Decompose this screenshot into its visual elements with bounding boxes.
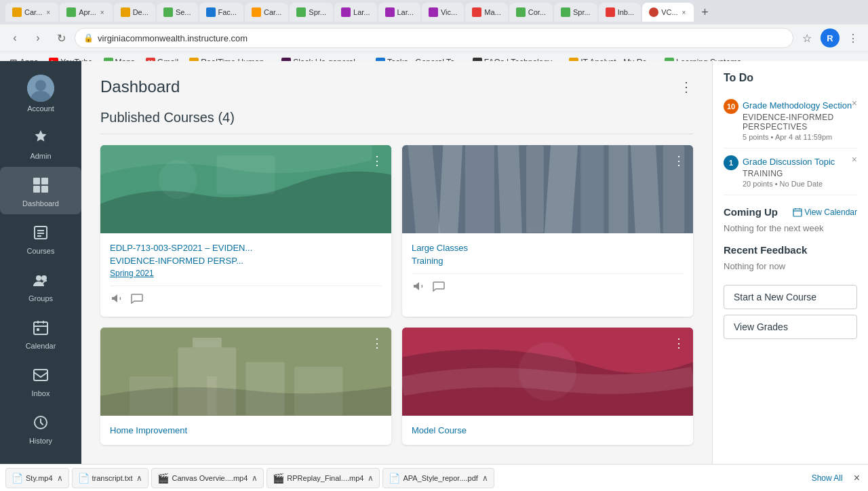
svg-rect-36 (193, 338, 222, 347)
browser-tab-4[interactable]: Se... (157, 3, 198, 22)
download-file-icon-5: 📄 (389, 473, 400, 484)
todo-meta-2: 20 points • No Due Date (743, 180, 835, 188)
browser-tab-active[interactable]: VC... × (642, 3, 694, 22)
browser-tab-8[interactable]: Lar... (334, 3, 376, 22)
new-tab-btn[interactable]: + (695, 3, 714, 22)
course-discuss-btn-1[interactable] (130, 292, 144, 309)
svg-rect-18 (34, 370, 47, 380)
browser-tab-13[interactable]: Spr... (554, 3, 597, 22)
course-announce-btn-2[interactable] (412, 279, 425, 296)
coming-up-section: Coming Up View Calendar Nothing for the … (724, 206, 857, 233)
course-title-1[interactable]: EDLP-713-003-SP2021 – EVIDEN... (110, 243, 252, 253)
browser-tab-6[interactable]: Car... (245, 3, 288, 22)
show-all-downloads-btn[interactable]: Show All (806, 471, 848, 486)
sidebar: Account Admin Dashboard (0, 61, 81, 491)
course-card-4[interactable]: ⋮ Model Course (402, 328, 693, 445)
course-card-2[interactable]: ⋮ Large Classes Training (402, 145, 693, 317)
todo-course-2: Training (743, 169, 835, 178)
course-image-2: ⋮ (402, 145, 693, 233)
course-actions-1 (110, 286, 382, 309)
sidebar-item-dashboard[interactable]: Dashboard (0, 167, 81, 214)
course-card-3-menu-btn[interactable]: ⋮ (368, 333, 386, 353)
sidebar-item-calendar[interactable]: Calendar (0, 309, 81, 357)
download-item-4[interactable]: 🎬 RPReplay_Final....mp4 ∧ (267, 468, 380, 488)
todo-close-btn-2[interactable]: × (852, 154, 857, 165)
sidebar-item-admin[interactable]: Admin (0, 119, 81, 167)
page-title: Dashboard (100, 77, 180, 96)
svg-point-12 (41, 275, 47, 281)
todo-close-btn-1[interactable]: × (852, 98, 857, 109)
course-card-4-menu-btn[interactable]: ⋮ (670, 333, 688, 353)
forward-btn[interactable]: › (28, 28, 47, 47)
bookmark-btn[interactable]: ☆ (797, 28, 816, 47)
dashboard-more-options-btn[interactable]: ⋮ (679, 79, 693, 95)
course-card-1-menu-btn[interactable]: ⋮ (368, 151, 386, 171)
browser-tab-12[interactable]: Cor... (509, 3, 553, 22)
course-title-2[interactable]: Large Classes (412, 243, 468, 253)
refresh-btn[interactable]: ↻ (52, 28, 71, 47)
sidebar-item-courses[interactable]: Courses (0, 214, 81, 262)
browser-tab-7[interactable]: Spr... (290, 3, 333, 22)
download-chevron-1: ∧ (57, 473, 63, 483)
recent-feedback-title: Recent Feedback (724, 244, 857, 256)
browser-tab-9[interactable]: Lar... (378, 3, 420, 22)
start-new-course-btn[interactable]: Start a New Course (724, 285, 857, 309)
download-file-icon-2: 📄 (78, 473, 90, 484)
sidebar-item-account[interactable]: Account (0, 68, 81, 119)
download-item-1[interactable]: 📄 Sty.mp4 ∧ (5, 468, 69, 488)
profile-btn[interactable]: R (821, 28, 840, 47)
svg-rect-5 (33, 186, 40, 193)
download-item-3[interactable]: 🎬 Canvas Overvie....mp4 ∧ (151, 468, 264, 488)
svg-point-11 (36, 275, 41, 281)
course-card-1[interactable]: ⋮ EDLP-713-003-SP2021 – EVIDEN... EVIDEN… (100, 145, 391, 317)
view-calendar-link[interactable]: View Calendar (793, 208, 857, 217)
download-chevron-2: ∧ (136, 473, 142, 483)
svg-rect-6 (41, 186, 48, 193)
history-icon (29, 411, 52, 434)
course-card-2-menu-btn[interactable]: ⋮ (670, 151, 688, 171)
back-btn[interactable]: ‹ (5, 28, 24, 47)
sidebar-courses-label: Courses (27, 247, 55, 255)
todo-link-2[interactable]: Grade Discussion Topic (743, 157, 835, 167)
sidebar-item-inbox[interactable]: Inbox (0, 357, 81, 404)
sidebar-item-groups[interactable]: Groups (0, 262, 81, 309)
browser-tab-5[interactable]: Fac... (199, 3, 244, 22)
download-chevron-5: ∧ (482, 473, 488, 483)
lock-icon: 🔒 (83, 33, 94, 43)
todo-link-1[interactable]: Grade Methodology Section (743, 100, 852, 111)
course-discuss-btn-2[interactable] (432, 279, 446, 296)
browser-chrome: Car... × Apr... × De... Se... Fac... Car… (0, 0, 868, 61)
course-term-1[interactable]: Spring 2021 (110, 269, 154, 278)
sidebar-item-history[interactable]: History (0, 404, 81, 452)
svg-rect-32 (630, 145, 661, 233)
course-title-4[interactable]: Model Course (412, 425, 467, 435)
course-announce-btn-1[interactable] (110, 292, 123, 309)
browser-tab-2[interactable]: Apr... × (60, 3, 113, 22)
recent-feedback-section: Recent Feedback Nothing for now (724, 244, 857, 271)
browser-tab-10[interactable]: Vic... (422, 3, 464, 22)
svg-rect-31 (609, 145, 629, 233)
sidebar-groups-label: Groups (28, 294, 53, 302)
browser-tab-14[interactable]: Inb... (599, 3, 641, 22)
todo-header-2: 1 Grade Discussion Topic Training 20 poi… (724, 155, 857, 188)
browser-tab-11[interactable]: Ma... (465, 3, 507, 22)
course-card-3[interactable]: ⋮ Home Improvement (100, 328, 391, 445)
view-grades-btn[interactable]: View Grades (724, 315, 857, 339)
menu-btn[interactable]: ⋮ (844, 28, 863, 47)
browser-tab-3[interactable]: De... (114, 3, 155, 22)
svg-rect-43 (793, 209, 802, 216)
todo-item-1: × 10 Grade Methodology Section EVIDENCE-… (724, 92, 857, 149)
download-item-5[interactable]: 📄 APA_Style_repor....pdf ∧ (382, 468, 494, 488)
todo-item-2: × 1 Grade Discussion Topic Training 20 p… (724, 149, 857, 195)
nothing-next-week-text: Nothing for the next week (724, 223, 857, 233)
course-title-3[interactable]: Home Improvement (110, 425, 187, 435)
course-subtitle-2[interactable]: Training (412, 256, 443, 266)
sidebar-inbox-label: Inbox (32, 389, 50, 397)
svg-rect-4 (41, 178, 48, 184)
course-subtitle-1[interactable]: EVIDENCE-INFORMED PERSP... (110, 256, 243, 266)
avatar (27, 75, 54, 102)
address-bar[interactable]: 🔒 virginiacommonwealth.instructure.com (75, 28, 793, 48)
download-item-2[interactable]: 📄 transcript.txt ∧ (72, 468, 149, 488)
browser-tab-1[interactable]: Car... × (5, 3, 58, 22)
close-download-bar-btn[interactable]: × (851, 469, 863, 487)
